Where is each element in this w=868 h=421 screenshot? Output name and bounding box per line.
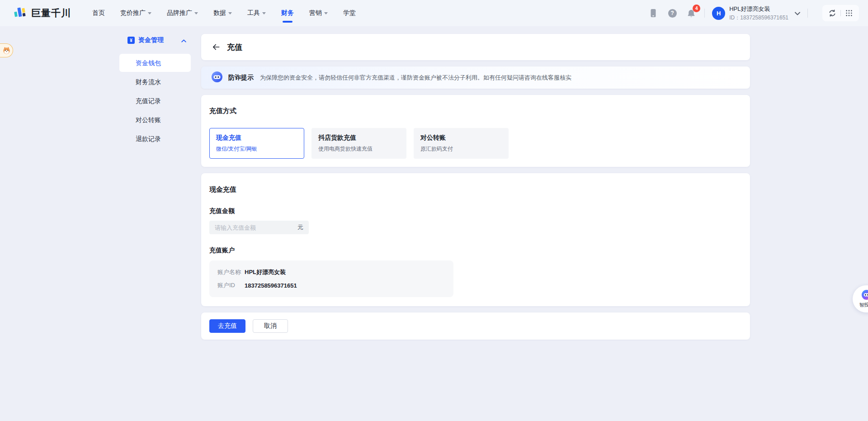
nav-item-brand-promo[interactable]: 品牌推广 [159, 0, 206, 26]
cancel-button[interactable]: 取消 [253, 319, 288, 333]
sidebar-item-finance-flow[interactable]: 财务流水 [119, 73, 191, 91]
logo[interactable]: 巨量千川 [14, 6, 71, 20]
section-title-cash-recharge: 现金充值 [209, 185, 742, 194]
sidebar-item-fund-wallet[interactable]: 资金钱包 [119, 54, 191, 72]
notification-badge: 4 [693, 5, 700, 12]
recharge-account-box: 账户名称 HPL好漂亮女装 账户ID 1837258596371651 [209, 260, 453, 297]
account-id-row: 账户ID 1837258596371651 [217, 281, 444, 289]
method-title: 现金充值 [216, 134, 297, 142]
chevron-down-icon [148, 12, 151, 16]
nav-item-bidding-promo[interactable]: 竞价推广 [113, 0, 159, 26]
nav-item-marketing[interactable]: 营销 [302, 0, 335, 26]
topbar-right: ? 4 H HPL好漂亮女装 ID：1837258596371651 [640, 5, 859, 22]
chevron-down-icon [194, 12, 198, 16]
section-title-recharge-method: 充值方式 [209, 107, 742, 115]
logo-text: 巨量千川 [31, 7, 71, 19]
account-id: ID：1837258596371651 [729, 14, 788, 22]
sidebar-item-refund-records[interactable]: 退款记录 [119, 130, 191, 148]
app-viewport: 巨量千川 首页 竞价推广 品牌推广 数据 工具 财务 [0, 0, 868, 421]
divider [807, 9, 808, 18]
switch-platform-button[interactable] [826, 7, 839, 19]
page-title: 充值 [227, 42, 242, 52]
chevron-down-icon [262, 12, 266, 16]
go-recharge-button[interactable]: 去充值 [209, 319, 245, 333]
sidebar-group-label: 资金管理 [138, 36, 164, 44]
amount-label: 充值金额 [209, 207, 742, 215]
account-info[interactable]: HPL好漂亮女装 ID：1837258596371651 [729, 5, 788, 22]
notifications-button[interactable]: 4 [685, 7, 697, 19]
divider [840, 10, 841, 16]
nav-label: 品牌推广 [167, 9, 192, 17]
mobile-app-button[interactable] [647, 7, 659, 19]
nav-item-data[interactable]: 数据 [206, 0, 240, 26]
fraud-warning-banner: 防诈提示 为保障您的资金安全，请勿轻信任何非官方充值渠道，谨防资金账户被不法分子… [201, 66, 750, 89]
fraud-banner-text: 为保障您的资金安全，请勿轻信任何非官方充值渠道，谨防资金账户被不法分子利用。如有… [260, 74, 571, 82]
page-header-card: 充值 [201, 34, 750, 60]
cash-recharge-section: 现金充值 充值金额 元 充值账户 账户名称 HPL好漂亮女装 账户ID 1837… [201, 173, 750, 306]
nav-item-tools[interactable]: 工具 [240, 0, 274, 26]
account-switcher-button[interactable] [795, 9, 800, 17]
nav-label: 数据 [213, 9, 226, 17]
method-subtitle: 微信/支付宝/网银 [216, 145, 297, 153]
sidebar-item-corporate-transfer[interactable]: 对公转账 [119, 111, 191, 129]
nav-label: 竞价推广 [120, 9, 146, 17]
chevron-up-icon [181, 36, 186, 44]
avatar[interactable]: H [712, 7, 725, 20]
promo-pet-tab[interactable] [0, 43, 13, 57]
assistant-widget[interactable]: 智投星 [853, 285, 868, 312]
amount-input[interactable] [215, 224, 295, 231]
help-icon: ? [668, 9, 677, 18]
recharge-account-label: 充值账户 [209, 246, 742, 255]
sidebar-group-fund-management[interactable]: ¥ 资金管理 [119, 34, 191, 47]
nav-label: 首页 [92, 9, 105, 17]
chevron-down-icon [324, 12, 328, 16]
action-footer: 去充值 取消 [201, 312, 750, 340]
apps-menu-button[interactable] [843, 7, 855, 19]
method-title: 对公转账 [420, 134, 502, 142]
sidebar: ¥ 资金管理 资金钱包 财务流水 充值记录 对公转账 退款记录 [104, 34, 200, 149]
nav-item-academy[interactable]: 学堂 [335, 0, 363, 26]
account-name: HPL好漂亮女装 [729, 5, 788, 13]
topbar: 巨量千川 首页 竞价推广 品牌推广 数据 工具 财务 [0, 0, 868, 26]
account-id-value: 1837258596371651 [245, 282, 297, 289]
nav-item-finance[interactable]: 财务 [274, 0, 302, 26]
sidebar-item-recharge-records[interactable]: 充值记录 [119, 92, 191, 110]
chevron-down-icon [228, 12, 232, 16]
method-card-corporate-transfer[interactable]: 对公转账 原汇款码支付 [414, 128, 509, 159]
logo-bars-icon [14, 6, 27, 20]
help-button[interactable]: ? [666, 7, 678, 19]
grid-apps-icon [845, 9, 853, 17]
account-name-label: 账户名称 [217, 268, 245, 276]
account-id-label: 账户ID [217, 281, 245, 289]
yuan-icon: ¥ [127, 37, 135, 44]
currency-unit: 元 [297, 223, 303, 232]
account-name-row: 账户名称 HPL好漂亮女装 [217, 268, 444, 276]
method-card-doudian-payment[interactable]: 抖店货款充值 使用电商货款快速充值 [311, 128, 406, 159]
switch-icon [828, 9, 836, 17]
nav-label: 工具 [247, 9, 260, 17]
assistant-label: 智投星 [859, 302, 868, 308]
divider [704, 9, 705, 18]
method-subtitle: 使用电商货款快速充值 [318, 145, 400, 153]
account-name-value: HPL好漂亮女装 [245, 268, 286, 276]
assistant-robot-icon [861, 289, 868, 300]
nav-item-home[interactable]: 首页 [85, 0, 113, 26]
robot-face-icon [211, 71, 223, 85]
sidebar-items: 资金钱包 财务流水 充值记录 对公转账 退款记录 [104, 54, 200, 148]
shiba-dog-icon [2, 46, 11, 55]
nav-label: 财务 [281, 9, 294, 17]
method-subtitle: 原汇款码支付 [420, 145, 502, 153]
main-nav: 首页 竞价推广 品牌推广 数据 工具 财务 营销 [85, 0, 363, 26]
amount-input-wrap: 元 [209, 221, 309, 234]
back-button[interactable] [211, 42, 221, 52]
quick-actions-box [822, 5, 859, 21]
back-arrow-icon [212, 43, 221, 52]
chevron-down-icon [795, 12, 800, 15]
method-card-cash[interactable]: 现金充值 微信/支付宝/网银 [209, 128, 304, 159]
nav-label: 营销 [309, 9, 322, 17]
fraud-banner-title: 防诈提示 [228, 74, 254, 82]
mobile-icon [649, 8, 658, 18]
method-options: 现金充值 微信/支付宝/网银 抖店货款充值 使用电商货款快速充值 对公转账 原汇… [209, 128, 742, 159]
nav-label: 学堂 [343, 9, 356, 17]
method-title: 抖店货款充值 [318, 134, 400, 142]
